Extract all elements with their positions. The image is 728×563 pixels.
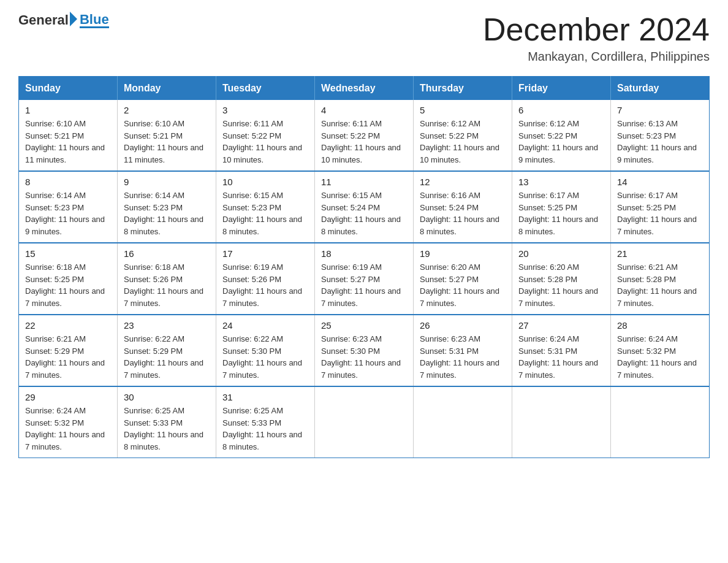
day-info: Sunrise: 6:20 AMSunset: 5:27 PMDaylight:… — [420, 261, 506, 309]
day-number: 11 — [321, 177, 407, 187]
calendar-cell-w1-d4: 4 Sunrise: 6:11 AMSunset: 5:22 PMDayligh… — [315, 100, 414, 171]
day-number: 12 — [420, 177, 506, 187]
day-info: Sunrise: 6:10 AMSunset: 5:21 PMDaylight:… — [124, 118, 210, 166]
day-info: Sunrise: 6:10 AMSunset: 5:21 PMDaylight:… — [25, 118, 111, 166]
logo-underline — [80, 26, 109, 28]
day-info: Sunrise: 6:11 AMSunset: 5:22 PMDaylight:… — [321, 118, 407, 166]
logo-general-text: General — [18, 12, 69, 28]
calendar-week-4: 22 Sunrise: 6:21 AMSunset: 5:29 PMDaylig… — [19, 315, 710, 386]
calendar-cell-w5-d4 — [315, 386, 414, 458]
calendar-cell-w2-d3: 10 Sunrise: 6:15 AMSunset: 5:23 PMDaylig… — [216, 171, 315, 243]
day-info: Sunrise: 6:21 AMSunset: 5:28 PMDaylight:… — [617, 261, 703, 309]
calendar-cell-w3-d7: 21 Sunrise: 6:21 AMSunset: 5:28 PMDaylig… — [611, 243, 710, 315]
day-number: 25 — [321, 320, 407, 331]
calendar-title: December 2024 — [483, 12, 710, 47]
calendar-cell-w1-d1: 1 Sunrise: 6:10 AMSunset: 5:21 PMDayligh… — [19, 100, 118, 171]
calendar-cell-w3-d4: 18 Sunrise: 6:19 AMSunset: 5:27 PMDaylig… — [315, 243, 414, 315]
calendar-cell-w2-d1: 8 Sunrise: 6:14 AMSunset: 5:23 PMDayligh… — [19, 171, 118, 243]
day-number: 22 — [25, 320, 111, 331]
calendar-cell-w5-d1: 29 Sunrise: 6:24 AMSunset: 5:32 PMDaylig… — [19, 386, 118, 458]
day-info: Sunrise: 6:14 AMSunset: 5:23 PMDaylight:… — [124, 190, 210, 237]
calendar-week-1: 1 Sunrise: 6:10 AMSunset: 5:21 PMDayligh… — [19, 100, 710, 171]
day-info: Sunrise: 6:18 AMSunset: 5:26 PMDaylight:… — [124, 261, 210, 309]
day-number: 15 — [25, 248, 111, 259]
logo-blue-text: Blue — [80, 13, 109, 26]
header-wednesday: Wednesday — [315, 77, 414, 101]
day-info: Sunrise: 6:25 AMSunset: 5:33 PMDaylight:… — [222, 405, 308, 453]
calendar-cell-w1-d3: 3 Sunrise: 6:11 AMSunset: 5:22 PMDayligh… — [216, 100, 315, 171]
title-block: December 2024 Mankayan, Cordillera, Phil… — [483, 12, 710, 64]
day-info: Sunrise: 6:14 AMSunset: 5:23 PMDaylight:… — [25, 190, 111, 237]
day-info: Sunrise: 6:15 AMSunset: 5:23 PMDaylight:… — [222, 190, 308, 237]
calendar-cell-w4-d2: 23 Sunrise: 6:22 AMSunset: 5:29 PMDaylig… — [118, 315, 216, 386]
day-number: 13 — [518, 177, 604, 187]
day-number: 16 — [124, 248, 210, 259]
day-info: Sunrise: 6:24 AMSunset: 5:32 PMDaylight:… — [617, 333, 703, 381]
calendar-cell-w3-d6: 20 Sunrise: 6:20 AMSunset: 5:28 PMDaylig… — [512, 243, 611, 315]
calendar-cell-w1-d6: 6 Sunrise: 6:12 AMSunset: 5:22 PMDayligh… — [512, 100, 611, 171]
day-info: Sunrise: 6:21 AMSunset: 5:29 PMDaylight:… — [25, 333, 111, 381]
day-number: 5 — [420, 105, 506, 115]
header-thursday: Thursday — [414, 77, 512, 101]
calendar-cell-w4-d7: 28 Sunrise: 6:24 AMSunset: 5:32 PMDaylig… — [611, 315, 710, 386]
calendar-cell-w5-d5 — [414, 386, 512, 458]
day-number: 28 — [617, 320, 703, 331]
day-number: 4 — [321, 105, 407, 115]
header-friday: Friday — [512, 77, 611, 101]
header-tuesday: Tuesday — [216, 77, 315, 101]
day-info: Sunrise: 6:25 AMSunset: 5:33 PMDaylight:… — [124, 405, 210, 453]
calendar-cell-w2-d6: 13 Sunrise: 6:17 AMSunset: 5:25 PMDaylig… — [512, 171, 611, 243]
day-info: Sunrise: 6:11 AMSunset: 5:22 PMDaylight:… — [222, 118, 308, 166]
day-info: Sunrise: 6:12 AMSunset: 5:22 PMDaylight:… — [420, 118, 506, 166]
calendar-cell-w4-d1: 22 Sunrise: 6:21 AMSunset: 5:29 PMDaylig… — [19, 315, 118, 386]
calendar-cell-w5-d3: 31 Sunrise: 6:25 AMSunset: 5:33 PMDaylig… — [216, 386, 315, 458]
page-header: General Blue December 2024 Mankayan, Cor… — [18, 12, 710, 64]
calendar-week-2: 8 Sunrise: 6:14 AMSunset: 5:23 PMDayligh… — [19, 171, 710, 243]
day-number: 27 — [518, 320, 604, 331]
day-number: 26 — [420, 320, 506, 331]
day-number: 3 — [222, 105, 308, 115]
calendar-cell-w2-d4: 11 Sunrise: 6:15 AMSunset: 5:24 PMDaylig… — [315, 171, 414, 243]
day-info: Sunrise: 6:17 AMSunset: 5:25 PMDaylight:… — [518, 190, 604, 237]
day-info: Sunrise: 6:17 AMSunset: 5:25 PMDaylight:… — [617, 190, 703, 237]
logo: General Blue — [18, 12, 109, 28]
calendar-cell-w2-d5: 12 Sunrise: 6:16 AMSunset: 5:24 PMDaylig… — [414, 171, 512, 243]
calendar-cell-w5-d7 — [611, 386, 710, 458]
day-number: 7 — [617, 105, 703, 115]
day-number: 19 — [420, 248, 506, 259]
calendar-header-row: Sunday Monday Tuesday Wednesday Thursday… — [19, 77, 710, 101]
calendar-week-5: 29 Sunrise: 6:24 AMSunset: 5:32 PMDaylig… — [19, 386, 710, 458]
calendar-cell-w2-d2: 9 Sunrise: 6:14 AMSunset: 5:23 PMDayligh… — [118, 171, 216, 243]
day-number: 2 — [124, 105, 210, 115]
day-info: Sunrise: 6:23 AMSunset: 5:30 PMDaylight:… — [321, 333, 407, 381]
day-number: 23 — [124, 320, 210, 331]
calendar-cell-w4-d4: 25 Sunrise: 6:23 AMSunset: 5:30 PMDaylig… — [315, 315, 414, 386]
calendar-table: Sunday Monday Tuesday Wednesday Thursday… — [18, 76, 710, 458]
header-saturday: Saturday — [611, 77, 710, 101]
calendar-cell-w5-d2: 30 Sunrise: 6:25 AMSunset: 5:33 PMDaylig… — [118, 386, 216, 458]
calendar-cell-w4-d6: 27 Sunrise: 6:24 AMSunset: 5:31 PMDaylig… — [512, 315, 611, 386]
day-number: 1 — [25, 105, 111, 115]
calendar-cell-w3-d3: 17 Sunrise: 6:19 AMSunset: 5:26 PMDaylig… — [216, 243, 315, 315]
calendar-cell-w3-d5: 19 Sunrise: 6:20 AMSunset: 5:27 PMDaylig… — [414, 243, 512, 315]
day-number: 20 — [518, 248, 604, 259]
day-number: 6 — [518, 105, 604, 115]
day-info: Sunrise: 6:18 AMSunset: 5:25 PMDaylight:… — [25, 261, 111, 309]
day-number: 14 — [617, 177, 703, 187]
day-number: 21 — [617, 248, 703, 259]
day-info: Sunrise: 6:20 AMSunset: 5:28 PMDaylight:… — [518, 261, 604, 309]
calendar-cell-w2-d7: 14 Sunrise: 6:17 AMSunset: 5:25 PMDaylig… — [611, 171, 710, 243]
logo-triangle-icon — [70, 12, 77, 26]
day-info: Sunrise: 6:19 AMSunset: 5:26 PMDaylight:… — [222, 261, 308, 309]
day-info: Sunrise: 6:24 AMSunset: 5:31 PMDaylight:… — [518, 333, 604, 381]
day-number: 24 — [222, 320, 308, 331]
calendar-cell-w1-d5: 5 Sunrise: 6:12 AMSunset: 5:22 PMDayligh… — [414, 100, 512, 171]
calendar-body: 1 Sunrise: 6:10 AMSunset: 5:21 PMDayligh… — [19, 100, 710, 458]
day-info: Sunrise: 6:22 AMSunset: 5:29 PMDaylight:… — [124, 333, 210, 381]
calendar-subtitle: Mankayan, Cordillera, Philippines — [483, 50, 710, 64]
day-number: 9 — [124, 177, 210, 187]
header-sunday: Sunday — [19, 77, 118, 101]
day-info: Sunrise: 6:12 AMSunset: 5:22 PMDaylight:… — [518, 118, 604, 166]
header-monday: Monday — [118, 77, 216, 101]
day-number: 18 — [321, 248, 407, 259]
